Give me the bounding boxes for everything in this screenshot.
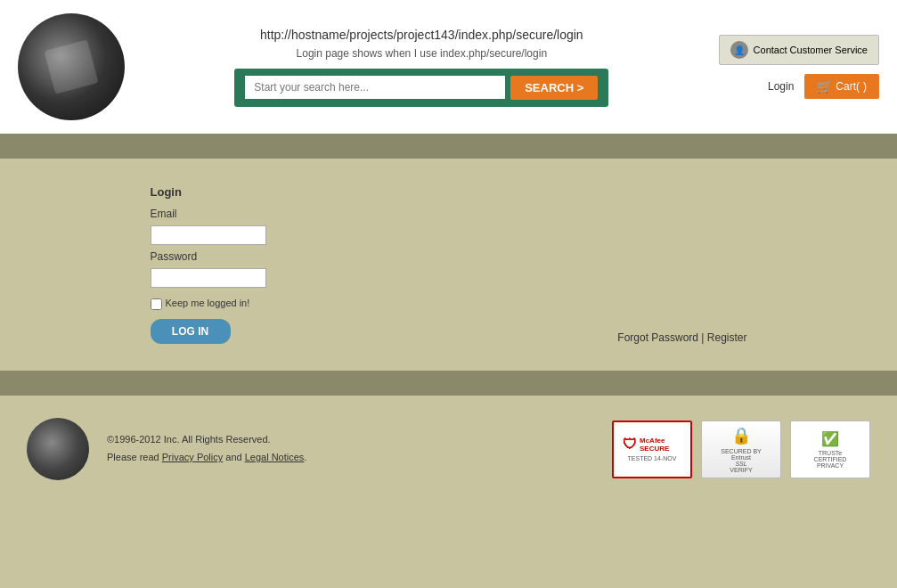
separator: | — [701, 331, 704, 344]
mcafee-label: McAfee SECURE — [640, 437, 681, 453]
header: http://hostname/projects/project143/inde… — [0, 0, 897, 134]
search-bar: SEARCH > — [234, 69, 608, 107]
entrust-icon: 🔒 — [731, 426, 751, 445]
copyright-text: ©1996-2012 Inc. All Rights Reserved. — [107, 431, 306, 449]
login-button[interactable]: LOG IN — [151, 319, 231, 344]
keep-logged-checkbox[interactable] — [151, 298, 162, 310]
truste-icon: ✅ — [821, 430, 839, 447]
mcafee-tested: TESTED 14-NOV — [628, 455, 677, 461]
keep-logged-row: Keep me logged in! — [151, 297, 266, 310]
forgot-register: Forgot Password | Register — [617, 331, 746, 344]
footer-text: ©1996-2012 Inc. All Rights Reserved. Ple… — [107, 431, 306, 467]
forgot-password-link[interactable]: Forgot Password — [617, 331, 698, 344]
truste-badge: ✅ TRUSTeCERTIFIEDPRIVACY — [790, 421, 870, 478]
footer-separator — [0, 371, 897, 396]
content: Login Email Password Keep me logged in! … — [0, 159, 897, 371]
contact-icon: 👤 — [730, 41, 748, 59]
logo-inner — [44, 39, 98, 94]
header-actions: Login 🛒 Cart( ) — [768, 74, 879, 99]
login-link[interactable]: Login — [768, 80, 794, 93]
footer: ©1996-2012 Inc. All Rights Reserved. Ple… — [0, 396, 897, 502]
header-center: http://hostname/projects/project143/inde… — [125, 28, 719, 107]
email-label: Email — [151, 208, 266, 220]
cart-label: Cart( — [836, 80, 860, 93]
password-label: Password — [151, 250, 266, 263]
password-field[interactable] — [151, 268, 266, 288]
and-text: and — [223, 452, 244, 462]
search-button[interactable]: SEARCH > — [510, 76, 598, 100]
mcafee-badge: 🛡 McAfee SECURE TESTED 14-NOV — [612, 421, 692, 478]
contact-button[interactable]: 👤 Contact Customer Service — [719, 35, 879, 65]
login-note: Login page shows when I use index.php/se… — [297, 47, 548, 60]
entrust-badge: 🔒 SECURED BYEntrustSSLVERIFY — [701, 421, 781, 478]
entrust-label: SECURED BYEntrustSSLVERIFY — [721, 448, 762, 473]
footer-logo — [27, 418, 89, 480]
contact-label: Contact Customer Service — [754, 45, 868, 55]
login-form: Login Email Password Keep me logged in! … — [151, 185, 266, 344]
footer-left: ©1996-2012 Inc. All Rights Reserved. Ple… — [27, 418, 306, 480]
privacy-policy-link[interactable]: Privacy Policy — [162, 452, 223, 462]
cart-close: ) — [863, 80, 867, 93]
nav-bar — [0, 134, 897, 159]
cart-icon: 🛒 — [817, 79, 832, 94]
keep-logged-label: Keep me logged in! — [166, 297, 250, 309]
site-url: http://hostname/projects/project143/inde… — [260, 28, 583, 42]
footer-links: Please read Privacy Policy and Legal Not… — [107, 449, 306, 467]
header-left — [18, 13, 125, 120]
mcafee-icon: 🛡 — [623, 437, 637, 453]
legal-notices-link[interactable]: Legal Notices — [245, 452, 305, 462]
period: . — [304, 452, 306, 462]
footer-badges: 🛡 McAfee SECURE TESTED 14-NOV 🔒 SECURED … — [612, 421, 870, 478]
cart-button[interactable]: 🛒 Cart( ) — [804, 74, 879, 99]
header-right: 👤 Contact Customer Service Login 🛒 Cart(… — [719, 35, 879, 99]
search-input[interactable] — [245, 76, 505, 99]
form-title: Login — [151, 185, 266, 199]
register-link[interactable]: Register — [707, 331, 747, 344]
please-read: Please read — [107, 452, 162, 462]
login-form-container: Login Email Password Keep me logged in! … — [115, 185, 783, 344]
email-field[interactable] — [151, 225, 266, 245]
logo — [18, 13, 125, 120]
truste-label: TRUSTeCERTIFIEDPRIVACY — [814, 450, 847, 469]
